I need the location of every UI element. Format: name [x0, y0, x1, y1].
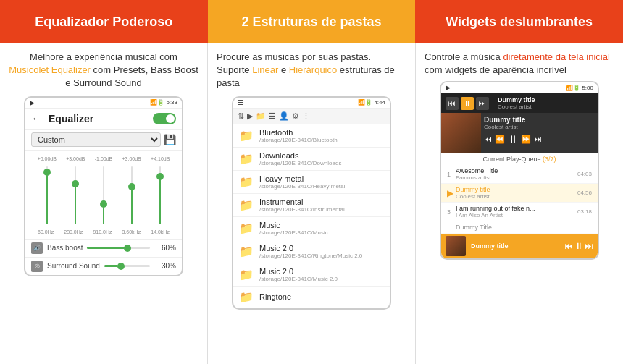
eq-subtitle: Melhore a experiência musical com Musico… [9, 51, 198, 90]
queue-item-1[interactable]: 1 Awesome Title Famous artist 04:03 [441, 165, 598, 184]
widget-main-rew-btn[interactable]: ⏪ [495, 135, 505, 144]
bass-boost-pct: 60% [154, 244, 176, 252]
widget-main-fwd-btn[interactable]: ⏩ [521, 135, 531, 144]
widget-pause-btn[interactable]: ⏸ [461, 97, 474, 110]
widget-top: ⏮ ⏸ ⏭ Dummy title Coolest artist [441, 93, 598, 113]
widget-main-next-btn[interactable]: ⏭ [534, 135, 542, 143]
folder-item-bluetooth[interactable]: 📁 Bluetooth /storage/120E-341C/Bluetooth [233, 124, 390, 148]
eq-surround-row: ◎ Surround Sound 30% [25, 257, 182, 275]
queue-time-3: 03:18 [577, 208, 592, 215]
eq-bars-container: +5.00dB +3.00dB -1.00dB +3.00dB +4.10dB [25, 151, 182, 239]
folder-item-music[interactable]: 📁 Music /storage/120E-341C/Music [233, 217, 390, 240]
widget-bottom-next-btn[interactable]: ⏭ [585, 241, 593, 251]
folder-name: Music 2.0 [259, 267, 338, 276]
queue-song-2: Dummy title [456, 186, 577, 193]
eq-title-text: Equalizer [49, 113, 153, 124]
surround-slider[interactable] [104, 265, 150, 267]
widget-main-title: Dummy title [484, 116, 595, 124]
eq-header: ← Equalizer [25, 109, 182, 130]
folder-item-ringtone[interactable]: 📁 Ringtone [233, 287, 390, 308]
bass-boost-icon: 🔊 [31, 242, 43, 254]
widget-queue-header: Current Play-Queue (3/7) [441, 153, 598, 165]
widget-bottom-controls: ⏮ ⏸ ⏭ [564, 241, 593, 251]
widgets-status-bar: ▶ 📶🔋 5:00 [441, 82, 598, 93]
queue-info-4: Dummy Title [456, 224, 592, 231]
folder-path: /storage/120E-341C/Bluetooth [259, 137, 338, 143]
eq-bar-5[interactable] [154, 163, 167, 228]
surround-icon: ◎ [31, 261, 43, 272]
folders-menu-icon: ☰ [238, 99, 243, 106]
folders-phone-mockup: ☰ 📶🔋 4:44 ⇅ ▶ 📁 ☰ 👤 ⚙ ⋮ 📁 Blu [232, 96, 391, 310]
folder-name: Music 2.0 [259, 244, 362, 253]
folder-icon: 📁 [239, 268, 254, 282]
widget-main: Dummy title Coolest artist ⏮ ⏪ ⏸ ⏩ ⏭ [441, 113, 598, 153]
bass-boost-slider[interactable] [87, 247, 150, 249]
folders-play-icon[interactable]: ▶ [247, 111, 253, 121]
eq-play-icon: ▶ [30, 99, 35, 106]
queue-artist-2: Coolest artist [456, 193, 577, 200]
folders-person-icon[interactable]: 👤 [279, 111, 289, 121]
surround-pct: 30% [154, 262, 176, 270]
widget-main-pause-btn[interactable]: ⏸ [508, 133, 518, 145]
folder-item-downloads[interactable]: 📁 Downloads /storage/120E-341C/Downloads [233, 148, 390, 171]
widget-bottom: Dummy title ⏮ ⏸ ⏭ [441, 234, 598, 258]
widget-main-artist: Coolest artist [484, 124, 595, 130]
eq-bar-4[interactable] [125, 163, 138, 228]
queue-item-4[interactable]: Dummy Title [441, 221, 598, 234]
widget-top-artist: Coolest artist [498, 103, 593, 110]
widget-bottom-title: Dummy title [471, 242, 559, 250]
eq-phone-mockup: ▶ 📶🔋 5:33 ← Equalizer Custom 💾 +5.00dB +… [24, 96, 183, 276]
folder-icon: 📁 [239, 198, 254, 212]
queue-item-3[interactable]: 3 I am running out of fake n... I Am Als… [441, 203, 598, 221]
queue-info-2: Dummy title Coolest artist [456, 186, 577, 200]
widget-main-prev-btn[interactable]: ⏮ [484, 135, 492, 143]
queue-playing-icon: ▶ [447, 188, 453, 198]
widgets-phone-mockup: ▶ 📶🔋 5:00 ⏮ ⏸ ⏭ Dummy title Coolest arti… [440, 81, 599, 260]
folder-item-music2-ringtone[interactable]: 📁 Music 2.0 /storage/120E-341C/Ringtone/… [233, 240, 390, 263]
folders-toolbar-icons: ⇅ ▶ 📁 ☰ 👤 ⚙ ⋮ [238, 111, 310, 121]
folders-queue-icon[interactable]: ☰ [269, 111, 276, 121]
folders-equalizer-icon[interactable]: ⚙ [292, 111, 299, 121]
folders-dir-icon[interactable]: 📁 [256, 111, 266, 121]
header-folders: 2 Estruturas de pastas [208, 0, 416, 43]
queue-song-4: Dummy Title [456, 224, 592, 231]
queue-num-3: 3 [447, 208, 456, 216]
queue-num-1: 1 [447, 171, 456, 178]
widget-next-btn[interactable]: ⏭ [476, 97, 489, 110]
eq-bar-3[interactable] [97, 163, 110, 228]
eq-bar-1[interactable] [41, 163, 54, 228]
eq-back-icon[interactable]: ← [31, 112, 43, 125]
queue-artist-1: Famous artist [456, 174, 577, 181]
folder-list: 📁 Bluetooth /storage/120E-341C/Bluetooth… [233, 124, 390, 308]
folder-name: Music [259, 221, 328, 229]
folder-path: /storage/120E-341C/Music 2.0 [259, 276, 338, 282]
folder-path: /storage/120E-341C/Downloads [259, 160, 341, 166]
surround-label: Surround Sound [47, 262, 100, 270]
widget-bottom-art [446, 236, 466, 256]
widget-bottom-pause-btn[interactable]: ⏸ [574, 241, 583, 251]
queue-info-3: I am running out of fake n... I Am Also … [456, 205, 577, 219]
eq-preset-select[interactable]: Custom [31, 132, 161, 147]
widget-bottom-prev-btn[interactable]: ⏮ [564, 241, 573, 251]
folder-item-music2[interactable]: 📁 Music 2.0 /storage/120E-341C/Music 2.0 [233, 263, 390, 287]
eq-save-icon[interactable]: 💾 [164, 134, 176, 145]
folder-icon: 📁 [239, 290, 254, 304]
widgets-subtitle: Controle a música diretamente da tela in… [425, 51, 614, 77]
folders-more-icon[interactable]: ⋮ [302, 111, 310, 121]
eq-db-labels: +5.00dB +3.00dB -1.00dB +3.00dB +4.10dB [30, 156, 177, 161]
folder-name: Bluetooth [259, 128, 338, 137]
folder-name: Heavy metal [259, 174, 345, 183]
folder-path: /storage/120E-341C/Ringtone/Music 2.0 [259, 253, 362, 259]
widget-top-title-area: Dummy title Coolest artist [498, 96, 593, 110]
queue-list: 1 Awesome Title Famous artist 04:03 ▶ Du… [441, 165, 598, 234]
folder-item-heavymetal[interactable]: 📁 Heavy metal /storage/120E-341C/Heavy m… [233, 171, 390, 194]
widget-prev-btn[interactable]: ⏮ [446, 97, 459, 110]
folder-item-instrumental[interactable]: 📁 Instrumental /storage/120E-341C/Instru… [233, 194, 390, 217]
queue-item-2[interactable]: ▶ Dummy title Coolest artist 04:56 [441, 184, 598, 203]
folders-sort-icon[interactable]: ⇅ [238, 111, 244, 121]
folder-icon: 📁 [239, 152, 254, 166]
eq-preset-row: Custom 💾 [25, 130, 182, 151]
eq-toggle[interactable] [153, 113, 176, 124]
folder-icon: 📁 [239, 129, 254, 143]
eq-bar-2[interactable] [69, 163, 82, 228]
